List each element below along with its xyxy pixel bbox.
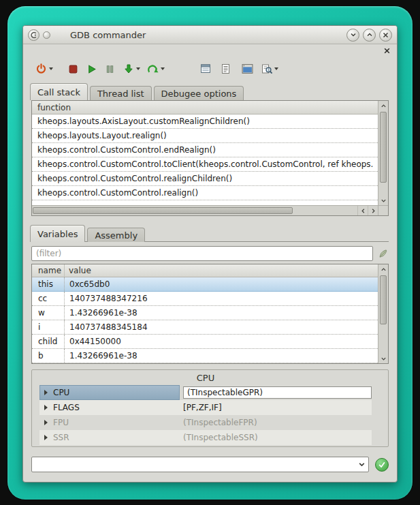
scrollbar-thumb[interactable] — [380, 275, 387, 324]
column-header-value[interactable]: value — [65, 264, 378, 277]
scroll-up-button[interactable] — [378, 101, 388, 110]
cpu-tree-row[interactable]: FLAGS [PF,ZF,IF] — [39, 400, 372, 415]
callstack-row[interactable]: kheops.control.CustomControl.realign() — [32, 186, 378, 200]
variable-row[interactable]: i 140737488345184 — [32, 320, 378, 335]
chevron-down-icon — [381, 198, 387, 204]
debug-toolbar — [23, 55, 397, 82]
step-over-icon — [147, 63, 159, 75]
callstack-row[interactable]: kheops.layouts.Layout.realign() — [32, 129, 378, 143]
stop-icon — [68, 64, 78, 74]
scrollbar-track[interactable] — [32, 206, 357, 215]
tab-debugee-options[interactable]: Debugee options — [154, 86, 244, 100]
variable-value: 140737488347216 — [65, 292, 378, 305]
cpu-tree-row[interactable]: FPU (TInspectableFPR) — [39, 415, 372, 430]
app-glyph — [30, 31, 37, 39]
dropdown-chevron-icon — [161, 67, 165, 70]
callstack-row[interactable]: kheops.layouts.AxisLayout.customRealignC… — [32, 114, 378, 129]
cpu-row-label-area: SSR — [39, 430, 180, 445]
titlebar-buttons — [346, 29, 392, 42]
combo-dropdown-button[interactable] — [355, 457, 368, 472]
watch-button[interactable] — [260, 59, 280, 78]
scrollbar-thumb[interactable] — [33, 207, 293, 214]
expand-arrow-icon[interactable] — [39, 420, 52, 425]
cpu-row-label-area: CPU — [39, 385, 180, 400]
variable-row[interactable]: w 1.43266961e-38 — [32, 306, 378, 320]
variable-value: 140737488345184 — [65, 320, 378, 334]
chevron-up-icon — [366, 31, 373, 38]
cpu-tree-row[interactable]: SSR (TInspectableSSR) — [39, 430, 372, 445]
column-header-function[interactable]: function — [32, 101, 378, 114]
close-button[interactable] — [379, 29, 392, 42]
chevron-down-icon — [358, 461, 366, 468]
callstack-row[interactable]: kheops.control.CustomControl.toClient(kh… — [32, 157, 378, 172]
cpu-inspector: CPU CPU (TInspectableGPR) FLAGS [ — [31, 369, 389, 447]
cpu-row-label-area: FLAGS — [39, 400, 180, 415]
step-over-button[interactable] — [146, 59, 166, 78]
confirm-button[interactable] — [375, 458, 389, 472]
filter-options-icon[interactable] — [376, 247, 389, 260]
console-button[interactable] — [240, 59, 255, 78]
variable-value: 0x44150000 — [65, 335, 378, 348]
variable-row[interactable]: child 0x44150000 — [32, 335, 378, 349]
scrollbar-track[interactable] — [378, 110, 388, 196]
variable-value: 1.43266961e-38 — [65, 306, 378, 320]
vertical-scrollbar[interactable] — [378, 264, 388, 363]
expand-arrow-icon[interactable] — [39, 405, 52, 410]
check-icon — [378, 461, 386, 469]
scrollbar-corner — [378, 205, 388, 215]
callstack-row[interactable]: kheops.control.CustomControl.endRealign(… — [32, 143, 378, 157]
tab-call-stack[interactable]: Call stack — [30, 83, 88, 100]
titlebar[interactable]: GDB commander — [23, 26, 397, 44]
context-menu-icon[interactable] — [43, 31, 50, 39]
scroll-left-button[interactable] — [357, 206, 368, 215]
step-into-button[interactable] — [122, 59, 142, 78]
dock-close-button[interactable] — [383, 46, 391, 55]
scroll-down-button[interactable] — [378, 196, 388, 205]
expand-arrow-icon[interactable] — [39, 435, 52, 440]
tab-thread-list[interactable]: Thread list — [90, 86, 152, 100]
list-button[interactable] — [219, 59, 232, 78]
variables-table: name value this 0xc65db0 cc 140737488347… — [32, 264, 378, 363]
chevron-down-icon — [350, 31, 357, 38]
inspect-tabbar: Variables Assembly — [23, 224, 397, 242]
filter-input[interactable] — [31, 246, 373, 261]
stack-tabbar: Call stack Thread list Debugee options — [23, 82, 397, 100]
minimize-button[interactable] — [346, 29, 359, 42]
variable-row[interactable]: this 0xc65db0 — [32, 277, 378, 292]
run-button[interactable] — [85, 59, 98, 78]
step-into-icon — [123, 63, 134, 74]
dropdown-chevron-icon — [49, 67, 53, 70]
variable-row[interactable]: cc 140737488347216 — [32, 292, 378, 306]
callstack-row[interactable]: kheops.control.CustomControl.realignChil… — [32, 172, 378, 186]
app-icon[interactable] — [28, 29, 39, 41]
variable-name: cc — [32, 292, 65, 305]
scroll-right-button[interactable] — [368, 206, 378, 215]
variable-row[interactable]: b 1.43266961e-38 — [32, 349, 378, 363]
tab-assembly[interactable]: Assembly — [87, 228, 145, 242]
tab-variables[interactable]: Variables — [30, 225, 85, 242]
variables-panel: name value this 0xc65db0 cc 140737488347… — [31, 264, 389, 364]
scrollbar-thumb[interactable] — [380, 112, 387, 183]
maximize-button[interactable] — [363, 29, 376, 42]
call-stack-panel: function kheops.layouts.AxisLayout.custo… — [31, 100, 389, 216]
expand-arrow-icon[interactable] — [39, 390, 52, 395]
command-input[interactable] — [32, 460, 355, 470]
scroll-down-button[interactable] — [378, 354, 388, 363]
scroll-up-button[interactable] — [378, 264, 388, 274]
column-header-name[interactable]: name — [32, 264, 65, 277]
frame-viewer-button[interactable] — [199, 59, 212, 78]
cpu-tree-row[interactable]: CPU (TInspectableGPR) — [39, 385, 372, 400]
vertical-scrollbar[interactable] — [378, 101, 388, 205]
cpu-value-editor[interactable]: (TInspectableGPR) — [183, 386, 372, 399]
horizontal-scrollbar[interactable] — [32, 205, 378, 215]
stop-button[interactable] — [67, 59, 80, 78]
cpu-row-name: FLAGS — [52, 403, 80, 412]
cpu-row-name: FPU — [52, 418, 69, 427]
scrollbar-track[interactable] — [378, 274, 388, 354]
watch-icon — [261, 63, 272, 74]
power-button[interactable] — [34, 59, 54, 78]
variable-name: this — [32, 277, 65, 291]
variables-header-row: name value — [32, 264, 378, 277]
command-combobox[interactable] — [31, 457, 369, 472]
pause-button[interactable] — [103, 59, 116, 78]
